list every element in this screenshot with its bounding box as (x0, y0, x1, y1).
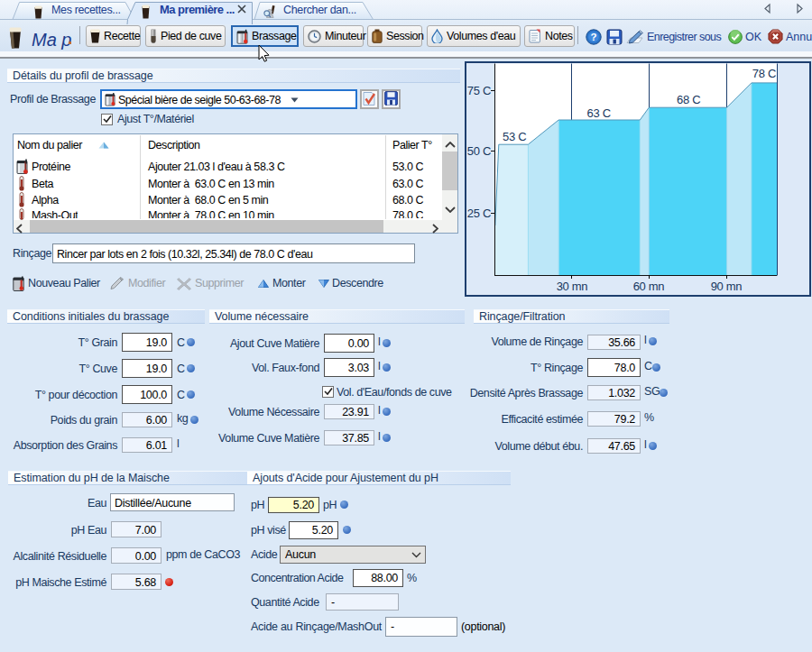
svg-text:50 C: 50 C (467, 144, 491, 158)
svg-text:90 mn: 90 mn (711, 280, 743, 293)
svg-text:53 C: 53 C (503, 130, 526, 143)
svg-text:63 C: 63 C (587, 106, 611, 120)
svg-text:30 mn: 30 mn (557, 280, 588, 293)
svg-text:68 C: 68 C (677, 93, 700, 106)
svg-text:60 mn: 60 mn (633, 280, 665, 293)
svg-text:25 C: 25 C (467, 207, 491, 220)
svg-text:75 C: 75 C (467, 84, 491, 97)
svg-text:78 C: 78 C (752, 67, 776, 80)
svg-text:?: ? (590, 32, 596, 42)
